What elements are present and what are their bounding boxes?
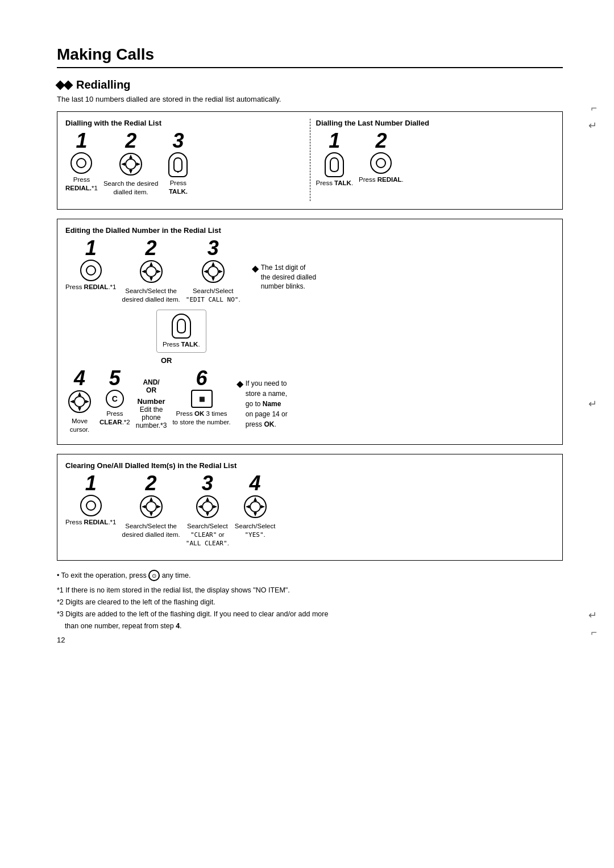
redial-icon-1 — [70, 152, 92, 174]
editing-heading: Editing the Dialled Number in the Redial… — [65, 226, 554, 235]
edit-step-4: 4 Movecursor. — [65, 368, 94, 434]
edit-step-6: 6 ▦ Press OK 3 timesto store the number. — [172, 368, 230, 427]
last-step-1: 1 Press TALK. — [316, 131, 354, 187]
nav-clear-icon-3 — [196, 495, 219, 520]
diamond-icons — [57, 82, 72, 89]
edit-step-3-label: Search/Select"EDIT CALL NO". — [186, 287, 240, 304]
dialling-last-heading: Dialling the Last Number Dialled — [316, 119, 555, 127]
edit-step-2: 2 Search/Select thedesired dialled item. — [122, 238, 180, 304]
margin-mark-3: ↵ — [588, 398, 597, 410]
last-step-number-2: 2 — [375, 131, 387, 151]
page: Making Calls Redialling The last 10 numb… — [0, 0, 614, 678]
edit-step-number-5: 5 — [109, 368, 121, 389]
margin-mark-1: ⌐ — [591, 102, 597, 114]
step-3-label: PressTALK. — [169, 179, 188, 196]
clear-step-3: 3 Search/Select"CLEAR" or"ALL CLEAR". — [186, 473, 229, 548]
bullet-icon: ◆ — [252, 263, 259, 274]
edit-step-1: 1 Press REDIAL.*1 — [65, 238, 116, 291]
svg-marker-4 — [121, 162, 125, 166]
clear-step-3-label: Search/Select"CLEAR" or"ALL CLEAR". — [186, 522, 229, 548]
press-talk-label: Press TALK. — [163, 340, 200, 349]
step-number-1: 1 — [76, 131, 87, 151]
step-number-3: 3 — [172, 131, 184, 151]
last-step-2: 2 Press REDIAL. — [359, 131, 404, 184]
svg-marker-9 — [150, 262, 153, 266]
section-title: Redialling — [76, 78, 131, 91]
page-number: 12 — [57, 636, 65, 644]
margin-mark-4: ↵ — [588, 609, 597, 621]
svg-marker-42 — [261, 505, 265, 508]
and-or-label: AND/OR Number Edit thephonenumber.*3 — [136, 378, 167, 429]
section-heading: Redialling — [57, 78, 563, 91]
talk-icon-last-1 — [325, 152, 344, 177]
svg-marker-39 — [254, 497, 257, 501]
svg-marker-11 — [142, 270, 146, 273]
edit-step-2-label: Search/Select thedesired dialled item. — [122, 287, 180, 304]
svg-marker-35 — [198, 505, 202, 508]
exit-icon: ⊙ — [148, 570, 160, 581]
svg-marker-21 — [78, 392, 81, 396]
clearing-heading: Clearing One/All Dialled Item(s) in the … — [65, 461, 554, 470]
svg-marker-40 — [254, 512, 257, 516]
redial-clear-icon — [80, 495, 102, 516]
svg-point-20 — [74, 397, 85, 407]
dialling-box: Dialling with the Redial List 1 PressRED… — [57, 111, 563, 210]
nav-clear-icon-4 — [243, 495, 267, 520]
dialling-last-number-col: Dialling the Last Number Dialled 1 Press… — [316, 119, 555, 201]
svg-marker-27 — [150, 497, 153, 501]
margin-mark-2: ↵ — [588, 119, 597, 132]
svg-point-8 — [146, 266, 156, 277]
last-step-number-1: 1 — [329, 131, 340, 151]
ok-icon-6: ▦ — [191, 390, 213, 408]
svg-marker-24 — [85, 400, 89, 403]
svg-marker-5 — [136, 162, 140, 166]
editing-box: Editing the Dialled Number in the Redial… — [57, 219, 563, 445]
clear-step-4: 4 Search/Select"YES". — [235, 473, 276, 539]
edit-step-number-3: 3 — [208, 238, 219, 258]
edit-step-3: 3 Search/Select"EDIT CALL NO". — [186, 238, 240, 304]
dialling-with-redial-col: Dialling with the Redial List 1 PressRED… — [65, 119, 310, 201]
nav-edit-icon-2 — [139, 260, 163, 285]
footnote-1: *1 If there is no item stored in the red… — [57, 585, 563, 596]
dialling-redial-heading: Dialling with the Redial List — [65, 119, 304, 127]
edit-step-6-label: Press OK 3 timesto store the number. — [172, 410, 230, 427]
svg-marker-28 — [150, 512, 153, 516]
edit-step-number-2: 2 — [146, 238, 157, 258]
nav-edit-icon-4 — [68, 390, 92, 415]
svg-marker-22 — [78, 407, 81, 411]
edit-step-number-4: 4 — [74, 368, 85, 389]
svg-marker-10 — [150, 277, 153, 281]
edit-step-number-6: 6 — [196, 368, 208, 389]
edit-step-4-label: Movecursor. — [70, 417, 90, 434]
footnote-2: *2 Digits are cleared to the left of the… — [57, 596, 563, 608]
step-3: 3 PressTALK. — [164, 131, 192, 196]
dialling-last-steps: 1 Press TALK. 2 — [316, 131, 555, 187]
c-icon-5: C — [106, 390, 124, 408]
clear-step-1: 1 Press REDIAL.*1 — [65, 473, 116, 527]
svg-marker-3 — [129, 170, 132, 174]
edit-step-number-1: 1 — [85, 238, 97, 258]
svg-marker-41 — [246, 505, 250, 508]
ok-note-text: If you need tostore a name,go to Nameon … — [246, 378, 288, 429]
clearing-box: Clearing One/All Dialled Item(s) in the … — [57, 454, 563, 561]
svg-point-38 — [250, 502, 260, 512]
redial-icon-last-2 — [370, 152, 392, 174]
svg-marker-23 — [70, 400, 74, 403]
svg-marker-34 — [206, 512, 209, 516]
blinks-note: The 1st digit ofthe desired diallednumbe… — [261, 263, 316, 291]
clear-step-4-label: Search/Select"YES". — [235, 522, 276, 539]
last-step-2-label: Press REDIAL. — [359, 176, 404, 184]
svg-marker-18 — [219, 270, 223, 273]
edit-note: ◆ The 1st digit ofthe desired diallednum… — [252, 263, 316, 291]
step-number-2: 2 — [125, 131, 136, 151]
svg-marker-2 — [129, 155, 132, 158]
svg-marker-12 — [157, 270, 161, 273]
svg-point-26 — [146, 502, 156, 512]
clear-step-2-label: Search/Select thedesired dialled item. — [122, 522, 180, 539]
step-2: 2 Search the desireddialled item. — [103, 131, 159, 197]
footnote-bullet: • To exit the operation, press ⊙ any tim… — [57, 570, 563, 582]
svg-marker-36 — [213, 505, 217, 508]
svg-marker-33 — [206, 497, 209, 501]
ok-note: ◆ If you need tostore a name,go to Nameo… — [237, 378, 288, 429]
talk-icon-3 — [168, 152, 188, 177]
